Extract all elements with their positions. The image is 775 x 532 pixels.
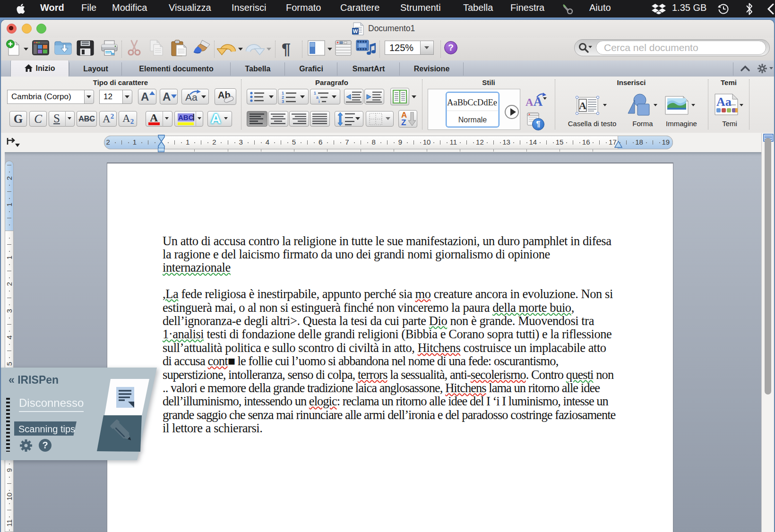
svg-text:W: W [353, 28, 358, 34]
svg-text:A: A [579, 100, 586, 112]
svg-text:3: 3 [282, 99, 284, 103]
svg-text:i: i [319, 99, 319, 103]
svg-text:Aa: Aa [716, 95, 732, 109]
